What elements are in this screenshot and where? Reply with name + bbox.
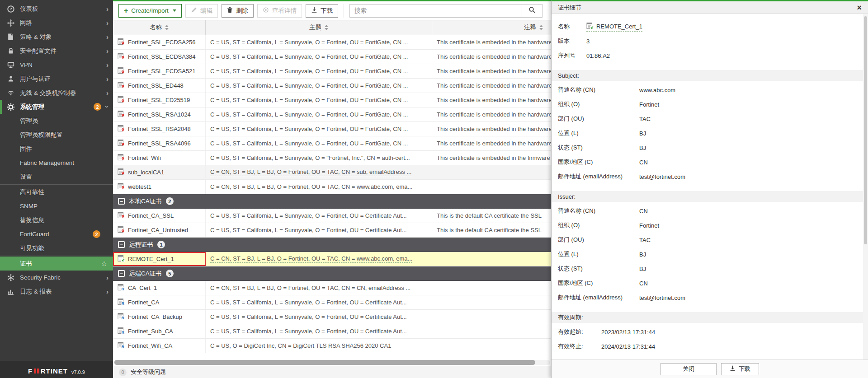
cert-name-cell[interactable]: Fortinet_SSL_ECDSA384 bbox=[113, 50, 206, 64]
table-section-row[interactable]: −本地CA证书2 bbox=[113, 194, 551, 209]
cert-name-cell[interactable]: RFortinet_CA bbox=[113, 295, 206, 309]
cert-name-cell[interactable]: Fortinet_CA_SSL bbox=[113, 209, 206, 223]
table-row[interactable]: RFortinet_CA_BackupC = US, ST = Californ… bbox=[113, 310, 551, 324]
sidebar-item-Security Fabric[interactable]: Security Fabric› bbox=[0, 271, 113, 285]
delete-button[interactable]: 删除 bbox=[222, 4, 254, 18]
cert-comment-cell[interactable]: This is the default CA certificate the S… bbox=[432, 209, 551, 223]
cert-comment-cell[interactable] bbox=[432, 324, 551, 338]
column-header-comment[interactable]: 注释 bbox=[432, 20, 551, 35]
cert-name-cell[interactable]: Fortinet_SSL_ED25519 bbox=[113, 93, 206, 107]
column-header-subject[interactable]: 主题 bbox=[206, 20, 432, 35]
cert-name-cell[interactable]: RFortinet_CA_Backup bbox=[113, 310, 206, 324]
search-button[interactable] bbox=[522, 4, 542, 18]
table-row[interactable]: RFortinet_CAC = US, ST = California, L =… bbox=[113, 295, 551, 310]
table-row[interactable]: Fortinet_WifiC = US, ST = California, L … bbox=[113, 151, 551, 165]
view-details-button[interactable]: 查看详情 bbox=[257, 4, 302, 18]
cert-comment-cell[interactable] bbox=[432, 310, 551, 324]
cert-name-cell[interactable]: Fortinet_SSL_RSA2048 bbox=[113, 122, 206, 136]
sidebar-item-安全配置文件[interactable]: 安全配置文件› bbox=[0, 44, 113, 58]
vertical-scrollbar-thumb[interactable] bbox=[864, 16, 867, 244]
sidebar-item-管理员权限配置[interactable]: 管理员权限配置 bbox=[0, 128, 113, 142]
panel-download-button[interactable]: 下载 bbox=[721, 363, 759, 375]
cert-name-cell[interactable]: RFortinet_Wifi_CA bbox=[113, 339, 206, 353]
cert-comment-cell[interactable]: This certificate is embedded in the hard… bbox=[432, 93, 551, 107]
cert-comment-cell[interactable] bbox=[432, 339, 551, 353]
cert-name-cell[interactable]: RCA_Cert_1 bbox=[113, 281, 206, 295]
table-row[interactable]: Fortinet_SSL_RSA2048C = US, ST = Califor… bbox=[113, 122, 551, 136]
table-row[interactable]: Fortinet_SSL_ECDSA521C = US, ST = Califo… bbox=[113, 64, 551, 79]
table-row[interactable]: Fortinet_CA_SSLC = US, ST = California, … bbox=[113, 209, 551, 223]
table-row[interactable]: REMOTE_Cert_1C = CN, ST = BJ, L = BJ, O … bbox=[113, 252, 551, 266]
edit-button[interactable]: 编辑 bbox=[185, 4, 218, 18]
cert-name-cell[interactable]: Fortinet_SSL_ED448 bbox=[113, 79, 206, 93]
cert-comment-cell[interactable]: This certificate is embedded in the firm… bbox=[432, 151, 551, 165]
cert-comment-cell[interactable] bbox=[432, 180, 551, 194]
sidebar-item-日志 & 报表[interactable]: 日志 & 报表› bbox=[0, 285, 113, 299]
sidebar-item-策略 & 对象[interactable]: 策略 & 对象› bbox=[0, 30, 113, 44]
cert-name-cell[interactable]: Fortinet_SSL_ECDSA521 bbox=[113, 64, 206, 78]
close-icon[interactable]: × bbox=[857, 4, 862, 12]
cert-subject-cell[interactable]: C = US, ST = California, L = Sunnyvale, … bbox=[206, 79, 432, 93]
cert-name-cell[interactable]: RFortinet_Sub_CA bbox=[113, 324, 206, 338]
cert-subject-cell[interactable]: C = US, ST = California, L = Sunnyvale, … bbox=[206, 136, 432, 150]
cert-comment-cell[interactable]: This certificate is embedded in the hard… bbox=[432, 107, 551, 121]
table-row[interactable]: Fortinet_SSL_ED25519C = US, ST = Califor… bbox=[113, 93, 551, 107]
cert-subject-cell[interactable]: C = CN, ST = BJ, L = BJ, O = Fortinet, O… bbox=[206, 252, 432, 266]
table-row[interactable]: Fortinet_SSL_ED448C = US, ST = Californi… bbox=[113, 79, 551, 93]
cert-comment-cell[interactable] bbox=[432, 165, 551, 179]
sidebar-item-无线 & 交换机控制器[interactable]: 无线 & 交换机控制器› bbox=[0, 86, 113, 100]
table-section-row[interactable]: −远端CA证书5 bbox=[113, 266, 551, 281]
sidebar-item-设置[interactable]: 设置 bbox=[0, 170, 113, 184]
sidebar-item-VPN[interactable]: VPN› bbox=[0, 58, 113, 72]
cert-subject-cell[interactable]: C = US, ST = California, L = Sunnyvale, … bbox=[206, 151, 432, 165]
table-row[interactable]: Fortinet_SSL_ECDSA256C = US, ST = Califo… bbox=[113, 35, 551, 50]
cert-comment-cell[interactable]: This certificate is embedded in the hard… bbox=[432, 50, 551, 64]
cert-subject-cell[interactable]: C = CN, ST = BJ, L = BJ, O = Fortinet, O… bbox=[206, 281, 432, 295]
cert-subject-cell[interactable]: C = US, ST = California, L = Sunnyvale, … bbox=[206, 122, 432, 136]
table-row[interactable]: Fortinet_SSL_RSA1024C = US, ST = Califor… bbox=[113, 107, 551, 122]
security-rating-label[interactable]: 安全等级问题 bbox=[131, 368, 166, 376]
sidebar-item-Fabric Management[interactable]: Fabric Management bbox=[0, 156, 113, 170]
cert-subject-cell[interactable]: C = US, ST = California, L = Sunnyvale, … bbox=[206, 324, 432, 338]
sidebar-item-网络[interactable]: 网络› bbox=[0, 16, 113, 30]
cert-subject-cell[interactable]: C = US, ST = California, L = Sunnyvale, … bbox=[206, 35, 432, 49]
horizontal-scrollbar-thumb[interactable] bbox=[114, 360, 535, 365]
cert-comment-cell[interactable] bbox=[432, 295, 551, 309]
cert-comment-cell[interactable]: This certificate is embedded in the hard… bbox=[432, 136, 551, 150]
cert-name-cell[interactable]: Fortinet_CA_Untrusted bbox=[113, 223, 206, 237]
cert-name-cell[interactable]: Fortinet_SSL_ECDSA256 bbox=[113, 35, 206, 49]
close-button[interactable]: 关闭 bbox=[660, 363, 717, 375]
sidebar-item-用户与认证[interactable]: 用户与认证› bbox=[0, 72, 113, 86]
cert-comment-cell[interactable] bbox=[432, 281, 551, 295]
table-row[interactable]: RCA_Cert_1C = CN, ST = BJ, L = BJ, O = F… bbox=[113, 281, 551, 295]
table-row[interactable]: RFortinet_Wifi_CAC = US, O = DigiCert In… bbox=[113, 339, 551, 353]
cert-subject-cell[interactable]: C = US, ST = California, L = Sunnyvale, … bbox=[206, 50, 432, 64]
cert-name-cell[interactable]: sub_localCA1 bbox=[113, 165, 206, 179]
horizontal-scrollbar[interactable] bbox=[113, 359, 551, 366]
sidebar-item-替换信息[interactable]: 替换信息 bbox=[0, 213, 113, 227]
cert-subject-cell[interactable]: C = US, ST = California, L = Sunnyvale, … bbox=[206, 209, 432, 223]
table-row[interactable]: Fortinet_SSL_RSA4096C = US, ST = Califor… bbox=[113, 136, 551, 151]
collapse-minus-icon[interactable]: − bbox=[118, 198, 125, 205]
cert-comment-cell[interactable] bbox=[432, 252, 551, 266]
table-section-row[interactable]: −远程证书1 bbox=[113, 238, 551, 252]
table-row[interactable]: RFortinet_Sub_CAC = US, ST = California,… bbox=[113, 324, 551, 339]
cert-name-cell[interactable]: Fortinet_SSL_RSA1024 bbox=[113, 107, 206, 121]
cert-name-cell[interactable]: Fortinet_SSL_RSA4096 bbox=[113, 136, 206, 150]
sidebar-item-管理员[interactable]: 管理员 bbox=[0, 114, 113, 128]
collapse-minus-icon[interactable]: − bbox=[118, 241, 125, 248]
table-row[interactable]: sub_localCA1C = CN, ST = BJ, L = BJ, O =… bbox=[113, 165, 551, 180]
cert-subject-cell[interactable]: C = US, ST = California, L = Sunnyvale, … bbox=[206, 107, 432, 121]
cert-name-cell[interactable]: REMOTE_Cert_1 bbox=[113, 252, 206, 266]
cert-name-cell[interactable]: webtest1 bbox=[113, 180, 206, 194]
collapse-minus-icon[interactable]: − bbox=[118, 270, 125, 277]
vertical-scrollbar[interactable] bbox=[863, 14, 868, 359]
table-row[interactable]: webtest1C = CN, ST = BJ, L = BJ, O = For… bbox=[113, 180, 551, 194]
sidebar-item-证书[interactable]: 证书☆ bbox=[0, 257, 113, 271]
cert-subject-cell[interactable]: C = US, ST = California, L = Sunnyvale, … bbox=[206, 295, 432, 309]
table-row[interactable]: Fortinet_SSL_ECDSA384C = US, ST = Califo… bbox=[113, 50, 551, 64]
sidebar-item-FortiGuard[interactable]: FortiGuard2 bbox=[0, 227, 113, 241]
sidebar-item-仪表板[interactable]: 仪表板› bbox=[0, 2, 113, 16]
cert-subject-cell[interactable]: C = CN, ST = BJ, L = BJ, O = Fortinet, O… bbox=[206, 165, 432, 179]
sidebar-item-SNMP[interactable]: SNMP bbox=[0, 199, 113, 213]
